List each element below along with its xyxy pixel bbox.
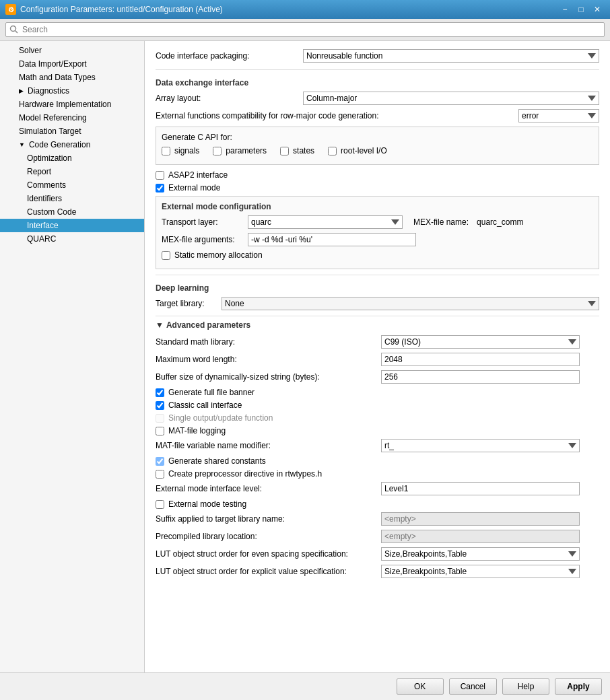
signals-row: signals [162, 146, 199, 155]
asap2-label: ASAP2 interface [168, 170, 228, 180]
target-library-dropdown[interactable]: None ARM Compute Library MKL-DNN [222, 297, 599, 310]
array-layout-dropdown[interactable]: Column-major Row-major [303, 92, 599, 105]
target-library-row: Target library: None ARM Compute Library… [156, 297, 599, 310]
simulation-target-label: Simulation Target [19, 127, 81, 136]
static-memory-checkbox[interactable] [162, 251, 170, 260]
model-ref-label: Model Referencing [19, 113, 87, 123]
sidebar-item-model-ref[interactable]: Model Referencing [0, 111, 144, 125]
data-import-label: Data Import/Export [19, 59, 87, 69]
transport-layer-label: Transport layer: [162, 217, 242, 227]
hardware-label: Hardware Implementation [19, 100, 111, 109]
max-word-length-input[interactable] [381, 353, 580, 366]
suffix-library-input[interactable] [381, 512, 580, 526]
classic-call-checkbox[interactable] [156, 401, 164, 410]
mat-file-var-dropdown[interactable]: rt_ _rt none [381, 439, 580, 452]
parameters-checkbox[interactable] [213, 147, 222, 155]
lut-even-dropdown[interactable]: Size,Breakpoints,Table Table,Breakpoints… [381, 547, 580, 561]
suffix-library-label: Suffix applied to target library name: [156, 514, 381, 524]
sidebar-item-quarc[interactable]: QUARC [0, 232, 144, 246]
ext-compat-dropdown[interactable]: error warning none [518, 109, 599, 123]
mat-file-logging-checkbox[interactable] [156, 427, 164, 435]
api-checkboxes: signals parameters states root-leve [162, 146, 593, 159]
classic-call-row: Classic call interface [156, 400, 599, 410]
suffix-library-row: Suffix applied to target library name: [156, 512, 599, 526]
single-output-checkbox [156, 414, 164, 423]
advanced-params-label: Advanced parameters [166, 320, 250, 330]
root-level-io-checkbox[interactable] [328, 147, 337, 155]
lut-even-row: LUT object struct order for even spacing… [156, 547, 599, 561]
external-mode-config-section: External mode configuration Transport la… [156, 196, 599, 269]
target-library-label: Target library: [156, 299, 216, 308]
states-label: states [293, 146, 314, 155]
search-input[interactable] [5, 22, 605, 37]
signals-checkbox[interactable] [162, 147, 170, 155]
classic-call-label: Classic call interface [168, 400, 242, 410]
std-math-label: Standard math library: [156, 337, 381, 347]
sidebar-item-optimization[interactable]: Optimization [0, 151, 144, 165]
window-title: Configuration Parameters: untitled/Confi… [20, 5, 223, 14]
custom-code-label: Custom Code [27, 207, 76, 217]
cancel-button[interactable]: Cancel [449, 678, 497, 695]
buffer-size-input[interactable] [381, 370, 580, 384]
sidebar: Solver Data Import/Export Math and Data … [0, 41, 145, 672]
ext-mode-interface-input[interactable] [381, 482, 580, 495]
parameters-label: parameters [226, 146, 267, 155]
quarc-label: QUARC [27, 234, 56, 244]
ext-compat-label: External functions compatibility for row… [156, 111, 379, 120]
sidebar-item-simulation-target[interactable]: Simulation Target [0, 125, 144, 138]
code-interface-packaging-dropdown[interactable]: Nonreusable function Reusable function C… [303, 49, 599, 63]
advanced-params-header[interactable]: ▼ Advanced parameters [156, 320, 599, 330]
sidebar-item-solver[interactable]: Solver [0, 44, 144, 57]
mex-file-name-value: quarc_comm [477, 217, 523, 227]
mex-file-name-label: MEX-file name: [413, 217, 469, 227]
sidebar-item-custom-code[interactable]: Custom Code [0, 205, 144, 219]
sidebar-item-hardware[interactable]: Hardware Implementation [0, 98, 144, 111]
external-mode-config-title: External mode configuration [162, 202, 593, 211]
close-button[interactable]: ✕ [590, 3, 605, 15]
std-math-dropdown[interactable]: C99 (ISO) C89/C90 (ANSI) [381, 335, 580, 349]
sidebar-item-comments[interactable]: Comments [0, 178, 144, 192]
generate-banner-label: Generate full file banner [168, 388, 255, 397]
asap2-row: ASAP2 interface [156, 170, 599, 180]
data-exchange-section-header: Data exchange interface [156, 75, 599, 88]
transport-layer-dropdown[interactable]: quarc tcpip serial [248, 215, 403, 229]
generate-shared-checkbox[interactable] [156, 457, 164, 466]
generate-shared-label: Generate shared constants [168, 456, 266, 466]
buffer-size-label: Buffer size of dynamically-sized string … [156, 372, 381, 382]
maximize-button[interactable]: □ [574, 3, 588, 15]
static-memory-label: Static memory allocation [174, 250, 263, 260]
sidebar-item-identifiers[interactable]: Identifiers [0, 192, 144, 205]
states-checkbox[interactable] [280, 147, 289, 155]
lut-explicit-row: LUT object struct order for explicit val… [156, 565, 599, 578]
ext-mode-testing-checkbox[interactable] [156, 500, 164, 509]
minimize-button[interactable]: − [557, 3, 572, 15]
ok-button[interactable]: OK [397, 678, 444, 695]
generate-banner-checkbox[interactable] [156, 388, 164, 397]
root-level-io-row: root-level I/O [328, 146, 387, 155]
generate-shared-row: Generate shared constants [156, 456, 599, 466]
lut-even-label: LUT object struct order for even spacing… [156, 549, 381, 559]
sidebar-item-math-data[interactable]: Math and Data Types [0, 71, 144, 84]
asap2-checkbox[interactable] [156, 171, 164, 180]
deep-learning-header: Deep learning [156, 281, 599, 293]
search-bar [0, 19, 610, 41]
mex-args-input[interactable] [248, 233, 416, 246]
sidebar-item-code-gen[interactable]: ▼ Code Generation [0, 138, 144, 151]
precompiled-library-input[interactable] [381, 530, 580, 543]
states-row: states [280, 146, 314, 155]
sidebar-item-report[interactable]: Report [0, 165, 144, 178]
lut-explicit-dropdown[interactable]: Size,Breakpoints,Table Table,Breakpoints… [381, 565, 580, 578]
main-panel: Code interface packaging: Nonreusable fu… [145, 41, 610, 672]
sidebar-item-diagnostics[interactable]: ▶ Diagnostics [0, 84, 144, 98]
solver-label: Solver [19, 46, 42, 55]
optimization-label: Optimization [27, 153, 72, 163]
sidebar-item-interface[interactable]: Interface [0, 219, 144, 232]
sidebar-item-data-import[interactable]: Data Import/Export [0, 57, 144, 71]
external-mode-checkbox[interactable] [156, 184, 164, 193]
create-preprocessor-checkbox[interactable] [156, 470, 164, 479]
advanced-params-arrow: ▼ [156, 320, 164, 330]
apply-button[interactable]: Apply [555, 678, 602, 695]
root-level-io-label: root-level I/O [341, 146, 387, 155]
help-button[interactable]: Help [502, 678, 549, 695]
code-gen-arrow: ▼ [19, 141, 25, 148]
